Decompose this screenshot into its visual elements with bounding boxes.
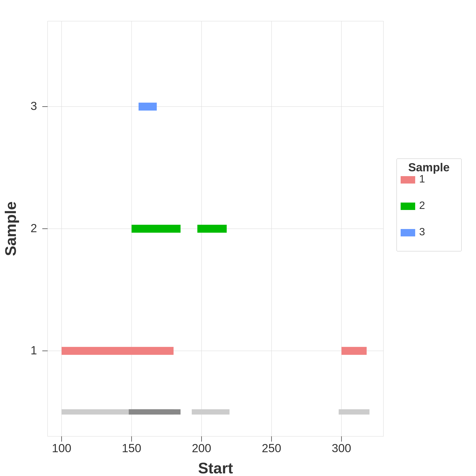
chart-svg: 100 150 200 250 300 Start 1 2 <box>0 0 476 476</box>
legend-color-1 <box>401 176 415 184</box>
bar-bottom-seg3 <box>192 409 230 415</box>
bar-sample3-seg1 <box>139 103 157 111</box>
x-label-200: 200 <box>192 442 211 455</box>
legend-label-3: 3 <box>419 226 425 237</box>
x-label-150: 150 <box>122 442 141 455</box>
bar-bottom-seg2-dark <box>129 409 181 415</box>
legend-label-2: 2 <box>419 199 425 211</box>
x-axis-label: Start <box>198 459 233 476</box>
y-label-2: 2 <box>31 222 37 235</box>
y-label-1: 1 <box>31 344 37 357</box>
x-label-250: 250 <box>262 442 281 455</box>
bar-sample1-seg1 <box>62 347 173 355</box>
y-axis-label: Sample <box>2 202 19 256</box>
x-label-100: 100 <box>52 442 71 455</box>
chart-container: 100 150 200 250 300 Start 1 2 <box>0 0 476 476</box>
plot-area <box>48 21 383 436</box>
legend-title: Sample <box>408 161 450 174</box>
bar-sample2-seg1 <box>132 225 181 233</box>
legend-color-3 <box>401 229 415 236</box>
bar-sample1-seg2 <box>341 347 367 355</box>
x-label-300: 300 <box>332 442 351 455</box>
bar-sample2-seg2 <box>197 225 227 233</box>
legend-label-1: 1 <box>419 173 425 185</box>
y-label-3: 3 <box>31 99 37 112</box>
legend-color-2 <box>401 203 415 210</box>
bar-bottom-seg4 <box>339 409 370 415</box>
legend: Sample 1 2 3 <box>397 159 461 251</box>
